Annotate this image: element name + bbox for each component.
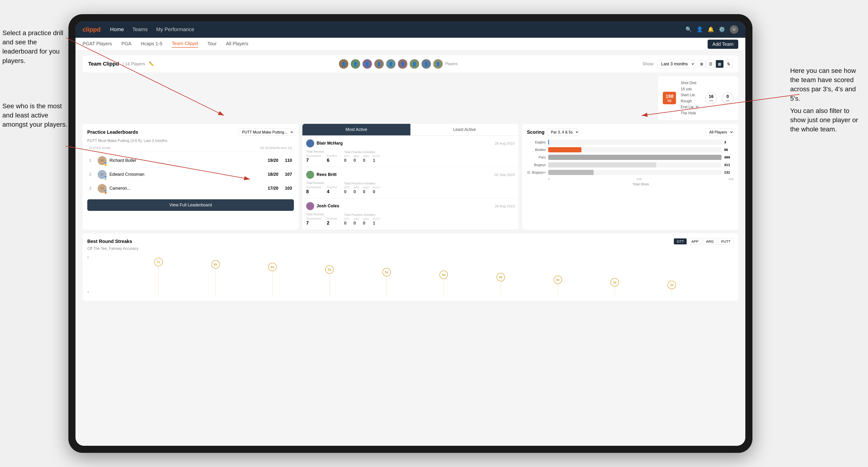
player-avatar[interactable]: 👤: [386, 59, 396, 69]
player-activity-row: Josh Coles 26 Aug 2023 Total Rounds Tour…: [302, 198, 519, 230]
streaks-chart: 6 4 7x6x6x5x5x4x4x4x3x3x: [87, 253, 734, 296]
annotation-top-left: Select a practice drill and see the lead…: [2, 28, 68, 65]
nav-home[interactable]: Home: [110, 26, 124, 33]
shot-circle-2: 0 yds: [722, 92, 734, 104]
nav-performance[interactable]: My Performance: [156, 26, 194, 33]
streaks-card: Best Round Streaks OTT APP ARG PUTT Off …: [83, 234, 738, 301]
streaks-header: Best Round Streaks OTT APP ARG PUTT: [87, 238, 734, 245]
player-activity-header: Rees Britt 02 Sep 2023: [306, 171, 515, 179]
streak-dot[interactable]: 4x: [554, 276, 562, 284]
shot-badge: 198 SQ: [663, 92, 676, 104]
scoring-bar-eagles: [548, 139, 549, 145]
leaderboard-subtitle: PUTT Must Make Putting (3-6 ft), Last 3 …: [87, 139, 294, 143]
subnav-pgat[interactable]: PGAT Players: [83, 41, 112, 48]
person-icon[interactable]: 👤: [696, 26, 703, 33]
shot-details: Shot Dist: 16 yds Start Lie: Rough End L…: [681, 80, 701, 116]
player-avatar[interactable]: 👤: [410, 59, 419, 69]
leaderboard-row: 2 EC 🥈 Edward Crossman 18/20 107: [87, 168, 294, 182]
player-avatar[interactable]: 👤: [398, 59, 407, 69]
streak-dot[interactable]: 6x: [268, 263, 277, 271]
streaks-subtitle: Off The Tee, Fairway Accuracy: [87, 247, 734, 251]
leaderboard-card: Practice Leaderboards PUTT Must Make Put…: [83, 124, 299, 230]
scoring-bar-bogeys: [548, 162, 656, 167]
team-count: | 14 Players: [123, 62, 145, 66]
add-team-button[interactable]: Add Team: [708, 40, 738, 49]
settings-icon[interactable]: ⚙️: [719, 26, 725, 33]
streak-dot[interactable]: 3x: [668, 281, 676, 289]
view-list-button[interactable]: ☰: [707, 60, 715, 68]
view-grid-button[interactable]: ⊞: [698, 60, 706, 68]
activity-card: Most Active Least Active Blair McHarg 26…: [302, 124, 519, 230]
streak-dot[interactable]: 7x: [154, 258, 163, 266]
view-icons: ⊞ ☰ ▦ ⇅: [698, 60, 733, 68]
edit-icon[interactable]: ✏️: [149, 61, 154, 66]
avatar[interactable]: U: [730, 25, 738, 34]
view-sort-button[interactable]: ⇅: [724, 60, 733, 68]
player-avatar[interactable]: 👤: [374, 59, 384, 69]
streak-dot[interactable]: 4x: [439, 271, 448, 279]
leaderboard-dropdown[interactable]: PUTT Must Make Putting...: [239, 129, 294, 136]
scoring-title: Scoring: [527, 129, 545, 135]
show-label: Show:: [643, 62, 654, 66]
player-avatar[interactable]: 👤: [363, 59, 372, 69]
tab-least-active[interactable]: Least Active: [410, 124, 519, 135]
scoring-axis: 0 200 400: [527, 177, 734, 181]
streaks-title: Best Round Streaks: [87, 239, 132, 244]
streak-dot[interactable]: 3x: [611, 278, 619, 286]
pa-avatar: [306, 139, 314, 148]
team-header: Team Clippd | 14 Players ✏️ 👤 👤 👤 👤 👤 👤 …: [83, 55, 738, 72]
subnav-hcaps[interactable]: Hcaps 1-5: [141, 41, 162, 48]
player-avatar[interactable]: 👤: [422, 59, 431, 69]
streaks-btn-app[interactable]: APP: [688, 238, 702, 245]
leaderboard-table-header: PLAYER NAME PB SCORE PB AVG SQ: [87, 146, 294, 152]
scoring-chart: Eagles 3 Birdies 96: [527, 139, 734, 186]
nav-teams[interactable]: Teams: [132, 26, 148, 33]
scoring-bar-container: [548, 170, 722, 175]
three-col-section: Practice Leaderboards PUTT Must Make Put…: [83, 124, 738, 230]
leaderboard-row: 3 CA 🥉 Cameron... 17/20 103: [87, 182, 294, 195]
player-activity-header: Josh Coles 26 Aug 2023: [306, 202, 515, 210]
annotation-top-right: Here you can see how the team have score…: [790, 66, 866, 103]
streaks-btn-putt[interactable]: PUTT: [718, 238, 734, 245]
subnav-pga[interactable]: PGA: [121, 41, 131, 48]
subnav: PGAT Players PGA Hcaps 1-5 Team Clippd T…: [75, 38, 745, 51]
navbar-links: Home Teams My Performance: [110, 26, 676, 33]
tablet-screen: clippd Home Teams My Performance 🔍 👤 🔔 ⚙…: [75, 21, 745, 446]
subnav-team-clippd[interactable]: Team Clippd: [172, 41, 198, 48]
streaks-btn-ott[interactable]: OTT: [674, 238, 687, 245]
streak-dot[interactable]: 5x: [325, 266, 334, 274]
subnav-tour[interactable]: Tour: [207, 41, 217, 48]
annotation-bottom-left: See who is the most and least active amo…: [2, 101, 68, 129]
streaks-btn-arg[interactable]: ARG: [703, 238, 717, 245]
tab-most-active[interactable]: Most Active: [302, 124, 410, 135]
scoring-bar-container: [548, 147, 722, 152]
scoring-bar-birdies: [548, 147, 582, 152]
scoring-bar-pars: [548, 155, 721, 160]
team-name: Team Clippd: [88, 61, 119, 67]
player-avatar[interactable]: 👤: [339, 59, 348, 69]
leaderboard-row: 1 RB 🥇 Richard Butler 19/20 110: [87, 154, 294, 168]
activity-tabs: Most Active Least Active: [302, 124, 519, 135]
streak-dot[interactable]: 6x: [211, 260, 220, 269]
view-full-leaderboard-button[interactable]: View Full Leaderboard: [87, 199, 294, 211]
show-select[interactable]: Last 3 months: [657, 60, 695, 68]
streak-dot[interactable]: 5x: [382, 268, 391, 276]
streak-dot[interactable]: 4x: [497, 273, 505, 281]
logo: clippd: [83, 26, 101, 33]
player-avatar[interactable]: 👤: [351, 59, 360, 69]
leaderboard-title: Practice Leaderboards: [87, 129, 138, 135]
scoring-par-filter[interactable]: Par 3, 4 & 5s: [547, 129, 579, 136]
view-card-button[interactable]: ▦: [716, 60, 724, 68]
search-icon[interactable]: 🔍: [685, 26, 692, 33]
bell-icon[interactable]: 🔔: [708, 26, 714, 33]
shot-card: 198 SQ Shot Dist: 16 yds Start Lie: Roug…: [658, 76, 738, 120]
subnav-all-players[interactable]: All Players: [226, 41, 248, 48]
shot-circle-1: 16 yds: [705, 92, 717, 104]
scoring-header: Scoring Par 3, 4 & 5s All Players: [527, 129, 734, 136]
scoring-player-filter[interactable]: All Players: [706, 129, 734, 136]
navbar-icons: 🔍 👤 🔔 ⚙️ U: [685, 25, 738, 34]
scoring-bar-container: [548, 155, 722, 160]
shot-circles: 16 yds 0 yds: [705, 92, 734, 104]
player-avatar[interactable]: 👤: [433, 59, 443, 69]
navbar: clippd Home Teams My Performance 🔍 👤 🔔 ⚙…: [75, 21, 745, 38]
